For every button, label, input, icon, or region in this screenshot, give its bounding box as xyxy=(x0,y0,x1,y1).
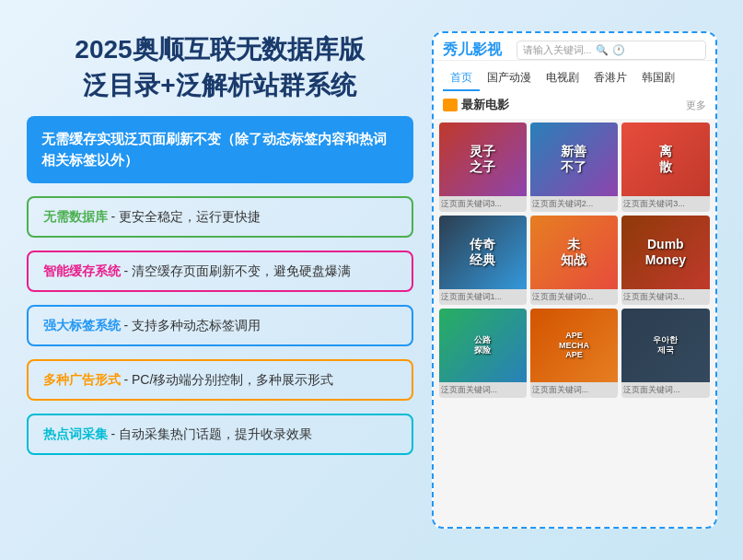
movie-label-9: 泛页面关键词... xyxy=(621,382,709,398)
feature-smart-cache-label: 智能缓存系统 xyxy=(43,263,121,278)
movie-poster-3: 离散 xyxy=(621,122,709,196)
movie-poster-4: 传奇经典 xyxy=(439,216,527,289)
browser-header: 秀儿影视 请输入关键词... 🔍 🕐 xyxy=(434,33,715,61)
section-title: 最新电影 xyxy=(443,97,509,113)
movie-poster-5: 未知战 xyxy=(530,216,618,289)
feature-ad-forms: 多种广告形式 - PC/移动端分别控制，多种展示形式 xyxy=(27,359,413,401)
feature-smart-cache: 智能缓存系统 - 清空缓存页面刷新不变，避免硬盘爆满 xyxy=(27,251,413,292)
feature-tag-system-desc: - 支持多种动态标签调用 xyxy=(121,318,261,332)
main-title: 2025奥顺互联无数据库版 泛目录+泛解析站群系统 xyxy=(27,31,413,103)
movie-card-9[interactable]: 우아한제국 泛页面关键词... xyxy=(621,309,709,398)
section-header: 最新电影 更多 xyxy=(434,91,715,119)
search-icon[interactable]: 🔍 xyxy=(596,44,609,56)
feature-ad-forms-label: 多种广告形式 xyxy=(43,372,121,387)
site-title: 秀儿影视 xyxy=(443,41,502,60)
search-placeholder: 请输入关键词... xyxy=(523,43,592,57)
movie-poster-1: 灵子之子 xyxy=(439,122,527,196)
movie-label-4: 泛页面关键词1... xyxy=(439,289,527,305)
movie-label-7: 泛页面关键词... xyxy=(439,382,527,398)
feature-tag-system-label: 强大标签系统 xyxy=(43,318,121,332)
movie-card-4[interactable]: 传奇经典 泛页面关键词1... xyxy=(439,216,527,305)
nav-bar: 首页 国产动漫 电视剧 香港片 韩国剧 xyxy=(434,61,715,91)
content-area: 最新电影 更多 灵子之子 泛页面关键词3... 新善不了 泛页面关键词2... xyxy=(434,91,715,527)
feature-no-db-label: 无需数据库 xyxy=(43,209,108,224)
movie-poster-9: 우아한제국 xyxy=(621,309,709,382)
movie-card-3[interactable]: 离散 泛页面关键词3... xyxy=(621,122,709,212)
nav-hk[interactable]: 香港片 xyxy=(586,66,634,91)
movie-label-6: 泛页面关键词3... xyxy=(621,289,709,305)
feature-hotword-label: 热点词采集 xyxy=(43,426,108,441)
main-container: 2025奥顺互联无数据库版 泛目录+泛解析站群系统 无需缓存实现泛页面刷新不变（… xyxy=(8,13,736,547)
highlight-box: 无需缓存实现泛页面刷新不变（除了动态标签内容和热词相关标签以外） xyxy=(27,116,413,183)
movie-label-3: 泛页面关键词3... xyxy=(621,196,709,212)
nav-anime[interactable]: 国产动漫 xyxy=(480,66,539,91)
feature-hotword: 热点词采集 - 自动采集热门话题，提升收录效果 xyxy=(27,414,413,455)
movie-card-2[interactable]: 新善不了 泛页面关键词2... xyxy=(530,122,618,212)
movie-card-6[interactable]: DumbMoney 泛页面关键词3... xyxy=(621,216,709,305)
highlight-text: 无需缓存实现泛页面刷新不变（除了动态标签内容和热词相关标签以外） xyxy=(41,131,387,168)
nav-home[interactable]: 首页 xyxy=(443,66,480,91)
feature-no-db: 无需数据库 - 更安全稳定，运行更快捷 xyxy=(27,196,413,238)
title-line1: 2025奥顺互联无数据库版 xyxy=(75,35,364,64)
history-icon[interactable]: 🕐 xyxy=(612,44,625,56)
movie-grid: 灵子之子 泛页面关键词3... 新善不了 泛页面关键词2... 离散 泛页面关键… xyxy=(434,122,715,403)
title-line2: 泛目录+泛解析站群系统 xyxy=(83,71,355,99)
movie-card-1[interactable]: 灵子之子 泛页面关键词3... xyxy=(439,122,527,212)
nav-tv[interactable]: 电视剧 xyxy=(539,66,586,91)
movie-card-5[interactable]: 未知战 泛页面关键词0... xyxy=(530,216,618,305)
search-bar[interactable]: 请输入关键词... 🔍 🕐 xyxy=(517,41,706,60)
left-panel: 2025奥顺互联无数据库版 泛目录+泛解析站群系统 无需缓存实现泛页面刷新不变（… xyxy=(27,31,413,455)
movie-label-1: 泛页面关键词3... xyxy=(439,196,527,212)
movie-card-7[interactable]: 公路探险 泛页面关键词... xyxy=(439,309,527,398)
feature-tag-system: 强大标签系统 - 支持多种动态标签调用 xyxy=(27,305,413,346)
movie-poster-8: APEMECHAAPE xyxy=(530,309,618,382)
movie-label-5: 泛页面关键词0... xyxy=(530,289,618,305)
movie-label-2: 泛页面关键词2... xyxy=(530,196,618,212)
movie-label-8: 泛页面关键词... xyxy=(530,382,618,398)
more-link[interactable]: 更多 xyxy=(686,99,706,112)
feature-smart-cache-desc: - 清空缓存页面刷新不变，避免硬盘爆满 xyxy=(121,263,351,278)
movie-poster-2: 新善不了 xyxy=(530,122,618,196)
feature-ad-forms-desc: - PC/移动端分别控制，多种展示形式 xyxy=(121,372,334,387)
movie-card-8[interactable]: APEMECHAAPE 泛页面关键词... xyxy=(530,309,618,398)
movie-poster-7: 公路探险 xyxy=(439,309,527,382)
nav-kr[interactable]: 韩国剧 xyxy=(634,66,682,91)
movie-poster-6: DumbMoney xyxy=(621,216,709,289)
feature-no-db-desc: - 更安全稳定，运行更快捷 xyxy=(108,209,261,224)
browser-mockup: 秀儿影视 请输入关键词... 🔍 🕐 首页 国产动漫 电视剧 香港片 韩国剧 xyxy=(432,31,717,529)
feature-hotword-desc: - 自动采集热门话题，提升收录效果 xyxy=(108,426,312,441)
